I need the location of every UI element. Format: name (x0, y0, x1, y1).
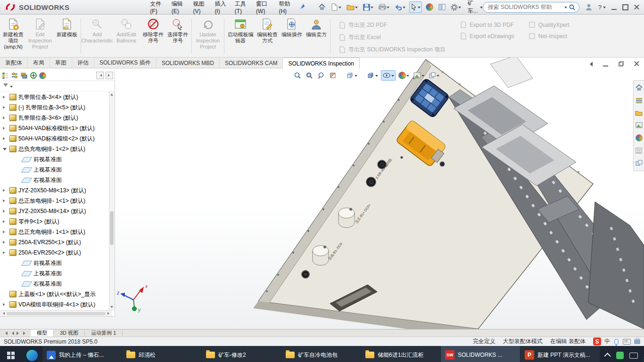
propertymanager-icon[interactable] (11, 72, 18, 79)
menu-file[interactable]: 文件(F) (146, 0, 167, 16)
pack-and-go-icon[interactable] (636, 160, 643, 166)
tree-item[interactable]: 总负充电铜排- 1<2> (默认) (0, 144, 115, 154)
doc-close-button[interactable] (634, 61, 639, 66)
ime-logo-icon[interactable]: S (593, 337, 601, 346)
help-button[interactable]: ? (598, 4, 606, 11)
relay-2[interactable] (313, 246, 329, 265)
view-orientation-button[interactable] (345, 70, 359, 81)
tab-model[interactable]: 模型 (31, 329, 54, 337)
tree-item[interactable]: 50AH-VAD标准模组<1> (默认) (0, 123, 115, 133)
view-settings-button[interactable] (427, 70, 441, 81)
tree-item[interactable]: 扎带限位条-3<6> (默认) (0, 113, 115, 123)
scroll-up-icon[interactable] (110, 92, 113, 96)
taskbar-folder-qiuqingsong[interactable]: 邱清松 (122, 346, 201, 362)
new-template-button[interactable]: 新建模板 (55, 16, 79, 57)
menu-tools[interactable]: 工具(T) (231, 0, 252, 16)
taskbar-folder-battery-pack[interactable]: 矿车自冷电池包 (281, 346, 361, 362)
pin-menubar-icon[interactable] (300, 3, 306, 11)
design-library-icon[interactable] (636, 97, 643, 104)
pane-scroll-right-button[interactable] (106, 72, 113, 79)
pane-scroll-left-button[interactable] (96, 72, 104, 79)
tab-assembly[interactable]: 装配体 (0, 58, 28, 68)
menu-help[interactable]: 帮助(H) (275, 0, 297, 16)
scroll-down-icon[interactable] (110, 306, 113, 310)
expand-arrow-icon[interactable] (3, 219, 8, 224)
collapse-arrow-icon[interactable] (3, 146, 8, 152)
tree-item[interactable]: 前视基准面 (0, 258, 115, 268)
launch-template-editor-button[interactable]: 启动模板编辑器 (226, 16, 255, 57)
remove-balloons-button[interactable]: 移除零件序号 (141, 16, 165, 57)
tree-item[interactable]: (-) 扎带限位条-3<5> (默认) (0, 102, 115, 113)
drawing-options-button[interactable] (437, 1, 447, 13)
save-button[interactable] (362, 1, 375, 13)
round-connector-2[interactable] (366, 177, 376, 187)
ime-mode-indicator[interactable]: 中 (604, 337, 610, 346)
messenger-tray-icon[interactable] (616, 352, 624, 359)
dimxpertmanager-icon[interactable] (30, 72, 37, 79)
previous-view-button[interactable] (316, 70, 326, 81)
appearances-scenes-icon[interactable] (636, 134, 643, 141)
edit-vendor-button[interactable]: 编辑卖方 (304, 16, 329, 57)
undo-button[interactable] (393, 1, 407, 13)
taskbar-app-upload[interactable]: 我的上传 – 懒石... (42, 346, 122, 362)
new-inspection-project-button[interactable]: 新建检查项目(amp;N) (1, 16, 25, 57)
doc-minimize-button[interactable] (603, 61, 608, 66)
resources-home-icon[interactable] (636, 84, 643, 91)
ime-tray-icon[interactable] (629, 353, 638, 359)
document-switcher[interactable]: 矿车... (468, 0, 483, 15)
ime-toolbox-icon[interactable] (634, 339, 640, 344)
tab-evaluate[interactable]: 评估 (72, 58, 94, 68)
apply-scene-button[interactable] (412, 70, 426, 81)
section-view-button[interactable] (328, 70, 338, 81)
menu-window[interactable]: 窗口(W) (252, 0, 275, 16)
tree-item[interactable]: 上视基准面 (0, 165, 115, 175)
tab-3d-views[interactable]: 3D 视图 (54, 329, 85, 337)
tree-item[interactable]: 上盖板<1> (默认<<默认>_显示 (0, 289, 115, 299)
tree-item[interactable]: 零件9<1> (默认) (0, 216, 115, 227)
doc-restore-button[interactable] (619, 61, 624, 66)
open-document-button[interactable] (345, 1, 359, 13)
tree-item[interactable]: 总正放电铜排- 1<1> (默认) (0, 196, 115, 206)
settings-button[interactable] (449, 1, 462, 13)
edit-appearance-button[interactable] (397, 70, 411, 81)
search-icon[interactable] (569, 4, 575, 10)
tab-sketch[interactable]: 草图 (50, 58, 72, 68)
window-maximize-button[interactable] (622, 4, 628, 10)
zoom-area-button[interactable] (304, 70, 314, 81)
next-tab-button[interactable] (17, 331, 21, 335)
expand-arrow-icon[interactable] (3, 239, 8, 245)
tab-sw-mbd[interactable]: SOLIDWORKS MBD (157, 58, 220, 68)
grommet[interactable] (302, 271, 309, 278)
search-input[interactable] (487, 3, 562, 11)
window-close-button[interactable] (634, 5, 639, 10)
display-style-button[interactable] (365, 70, 380, 81)
scroll-right-icon[interactable] (107, 312, 111, 315)
edit-operation-button[interactable]: 编辑操作 (280, 16, 304, 57)
configurationmanager-icon[interactable] (20, 72, 28, 79)
tree-item[interactable]: 250A-EVR250<2> (默认) (0, 247, 115, 258)
taskbar-app-solidworks[interactable]: SWSOLIDWORKS ... (441, 346, 520, 362)
tab-sw-addins[interactable]: SOLIDWORKS 插件 (94, 58, 157, 68)
tab-motion-study[interactable]: 运动算例 1 (85, 329, 123, 337)
home-button[interactable] (317, 1, 327, 13)
tab-layout[interactable]: 布局 (28, 58, 50, 68)
tree-item[interactable]: VDA模组串联铜排-4<1> (默认) (0, 299, 115, 310)
tray-overflow-button[interactable] (604, 353, 611, 359)
taskbar-app-powerpoint[interactable]: P新建 PPT 演示文稿... (520, 346, 600, 362)
expand-arrow-icon[interactable] (3, 136, 8, 141)
expand-arrow-icon[interactable] (3, 250, 8, 255)
start-button[interactable] (0, 346, 21, 362)
menu-insert[interactable]: 插入(I) (211, 0, 231, 16)
edge-browser-button[interactable] (21, 346, 42, 362)
expand-arrow-icon[interactable] (3, 302, 8, 307)
print-button[interactable] (377, 1, 391, 13)
tree-item[interactable]: 上视基准面 (0, 268, 115, 279)
last-tab-button[interactable] (23, 331, 27, 335)
edit-inspection-method-button[interactable]: 编辑检查方式 (255, 16, 280, 57)
zoom-fit-button[interactable] (292, 70, 303, 81)
expand-arrow-icon[interactable] (3, 229, 8, 235)
collapse-pane-icon[interactable] (587, 62, 593, 66)
view-palette-icon[interactable] (636, 122, 643, 128)
taskbar-folder-busbar-cabinet[interactable]: 储能6进1出汇流柜 (361, 346, 440, 362)
render-tool-button[interactable] (424, 1, 435, 13)
